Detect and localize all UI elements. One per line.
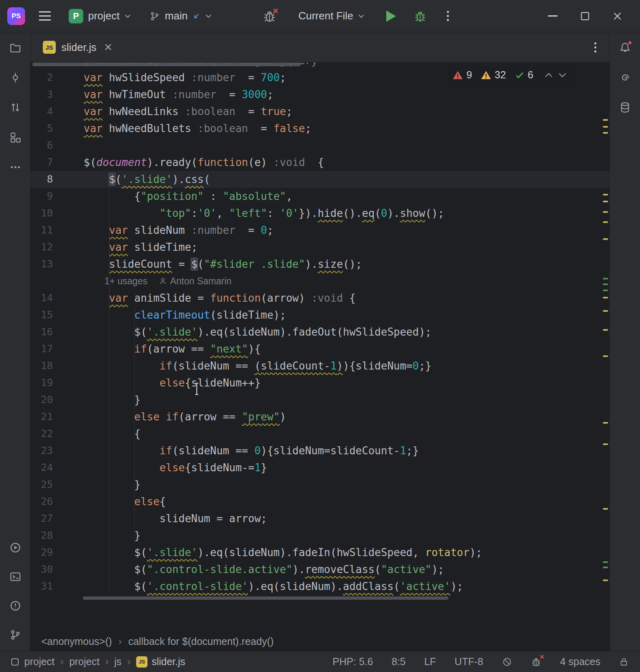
vcs-change-mark[interactable] (603, 567, 608, 568)
line-number[interactable]: 16 (31, 323, 84, 340)
status-path-root[interactable]: project (24, 656, 55, 668)
line-number[interactable]: 8 (31, 171, 84, 188)
more-tools-button[interactable] (6, 158, 25, 177)
warning-mark[interactable] (603, 580, 608, 581)
bug-disabled-icon[interactable] (263, 9, 276, 23)
line-number[interactable]: 18 (31, 357, 84, 374)
status-file[interactable]: JS slider.js (136, 656, 185, 668)
code-line-9[interactable]: 9 {"position" : "absolute", (31, 188, 609, 205)
code-line-21[interactable]: 21 else if(arrow == "prew") (31, 408, 609, 425)
line-number[interactable]: 14 (31, 290, 84, 307)
code-line-31[interactable]: 31 $('.control-slide').eq(slideNum).addC… (31, 578, 609, 595)
line-number[interactable]: 13 (31, 256, 84, 273)
vcs-change-mark[interactable] (603, 561, 608, 563)
warning-mark[interactable] (603, 194, 608, 195)
project-widget[interactable]: P project (65, 6, 135, 27)
bug-disabled-icon[interactable] (531, 657, 541, 667)
warning-mark[interactable] (603, 238, 608, 240)
branch-widget[interactable]: main (145, 6, 216, 25)
code-line-4[interactable]: 4var hwNeedLinks :boolean = true; (31, 103, 609, 120)
line-number[interactable] (31, 273, 84, 290)
code-line-5[interactable]: 5var hwNeedBullets :boolean = false; (31, 120, 609, 137)
tab-options-button[interactable] (592, 40, 599, 55)
line-number[interactable]: 6 (31, 137, 84, 154)
encoding-widget[interactable]: UTF-8 (455, 656, 483, 668)
window-minimize-button[interactable] (548, 15, 558, 17)
line-number[interactable]: 31 (31, 578, 84, 595)
vcs-change-mark[interactable] (603, 284, 608, 285)
warning-mark[interactable] (603, 329, 608, 331)
line-number[interactable]: 19 (31, 374, 84, 391)
warning-mark[interactable] (603, 126, 608, 128)
code-line-19[interactable]: 19 else{slideNum++} (31, 374, 609, 391)
horizontal-scrollbar-top[interactable] (32, 63, 301, 66)
line-number[interactable]: 4 (31, 103, 84, 120)
window-close-button[interactable] (613, 11, 622, 21)
line-number[interactable]: 9 (31, 188, 84, 205)
code-line-27[interactable]: 27 slideNum = arrow; (31, 510, 609, 527)
warning-mark[interactable] (603, 211, 608, 213)
status-path-js[interactable]: js (114, 656, 122, 668)
warning-count[interactable]: 32 (481, 69, 506, 81)
line-number[interactable]: 29 (31, 544, 84, 561)
line-number[interactable]: 21 (31, 408, 84, 425)
caret-position-widget[interactable]: 8:5 (392, 656, 406, 668)
horizontal-scrollbar[interactable] (83, 596, 448, 600)
line-number[interactable]: 30 (31, 561, 84, 578)
line-number[interactable]: 7 (31, 154, 84, 171)
tab-slider-js[interactable]: JS slider.js ✕ (31, 32, 123, 62)
commit-tool-button[interactable] (6, 68, 25, 87)
line-number[interactable]: 25 (31, 476, 84, 493)
code-line-30[interactable]: 30 $(".control-slide.active").removeClas… (31, 561, 609, 578)
passed-count[interactable]: 6 (515, 69, 533, 81)
code-line-3[interactable]: 3var hwTimeOut :number = 3000; (31, 86, 609, 103)
readonly-lock-icon[interactable] (619, 657, 629, 667)
structure-tool-button[interactable] (6, 128, 25, 147)
terminal-tool-button[interactable] (6, 567, 25, 586)
version-control-tool-button[interactable] (6, 625, 25, 645)
warning-mark[interactable] (603, 355, 608, 357)
code-line-7[interactable]: 7$(document).ready(function(e) :void { (31, 154, 609, 171)
line-number[interactable]: 28 (31, 527, 84, 544)
code-line-10[interactable]: 10 "top":'0', "left": '0'}).hide().eq(0)… (31, 205, 609, 222)
code-line-14[interactable]: 14 var animSlide = function(arrow) :void… (31, 290, 609, 307)
window-maximize-button[interactable] (581, 12, 589, 20)
warning-mark[interactable] (603, 221, 608, 223)
vcs-change-mark[interactable] (603, 278, 608, 279)
breadcrumb-anonymous[interactable]: <anonymous>() (41, 636, 112, 647)
warning-mark[interactable] (603, 119, 608, 121)
code-line-6[interactable]: 6 (31, 137, 609, 154)
vcs-change-mark[interactable] (603, 290, 608, 291)
code-line-28[interactable]: 28 } (31, 527, 609, 544)
error-stripe[interactable] (601, 63, 609, 632)
status-path-project[interactable]: project (69, 656, 99, 668)
line-number[interactable]: 5 (31, 120, 84, 137)
line-number[interactable]: 23 (31, 442, 84, 459)
breadcrumb-callback[interactable]: callback for $(document).ready() (128, 636, 274, 647)
debug-button[interactable] (414, 10, 427, 23)
code-line-13[interactable]: 13 slideCount = $("#slider .slide").size… (31, 256, 609, 273)
line-number[interactable]: 10 (31, 205, 84, 222)
code-line-23[interactable]: 23 if(slideNum == 0){slideNum=slideCount… (31, 442, 609, 459)
line-number[interactable]: 24 (31, 459, 84, 476)
line-number[interactable]: 22 (31, 425, 84, 442)
run-button[interactable] (386, 10, 396, 22)
prev-problem-button[interactable] (545, 72, 553, 78)
next-problem-button[interactable] (558, 72, 566, 78)
main-menu-button[interactable] (36, 8, 54, 24)
code-line-15[interactable]: 15 clearTimeout(slideTime); (31, 307, 609, 323)
line-separator-widget[interactable]: LF (424, 656, 436, 668)
code-line-16[interactable]: 16 $('.slide').eq(slideNum).fadeOut(hwSl… (31, 323, 609, 340)
code-line-29[interactable]: 29 $('.slide').eq(slideNum).fadeIn(hwSli… (31, 544, 609, 561)
line-number[interactable]: 12 (31, 239, 84, 256)
warning-mark[interactable] (603, 508, 608, 510)
warning-mark[interactable] (603, 132, 608, 134)
line-number[interactable]: 11 (31, 222, 84, 239)
code-line-25[interactable]: 25 } (31, 476, 609, 493)
line-number[interactable]: 15 (31, 307, 84, 323)
code-line-26[interactable]: 26 else{ (31, 493, 609, 510)
line-number[interactable]: 20 (31, 391, 84, 408)
line-number[interactable]: 17 (31, 340, 84, 357)
warning-mark[interactable] (603, 422, 608, 424)
pull-requests-tool-button[interactable] (6, 98, 25, 117)
